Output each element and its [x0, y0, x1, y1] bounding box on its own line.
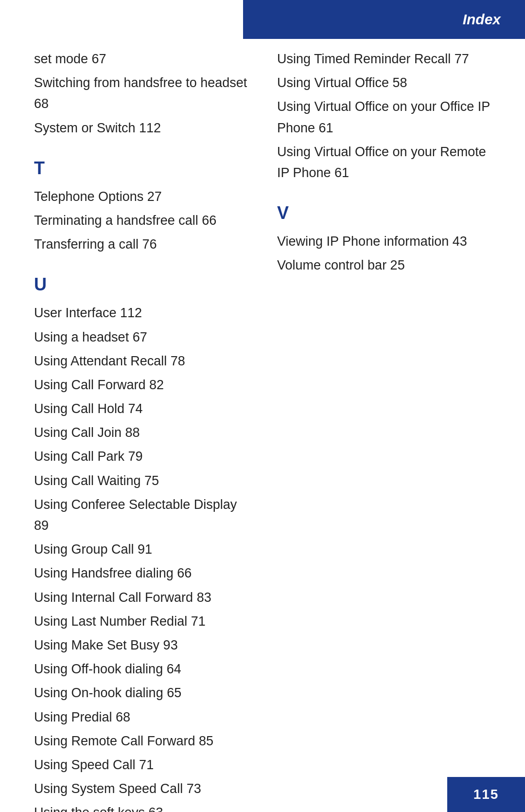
- list-item: Using Call Forward 82: [34, 375, 248, 396]
- right-column: Using Timed Reminder Recall 77 Using Vir…: [267, 49, 491, 773]
- section-v-entries: Viewing IP Phone information 43 Volume c…: [277, 231, 491, 276]
- list-item: Using Call Hold 74: [34, 398, 248, 419]
- section-letter-u: U: [34, 274, 248, 295]
- list-item: Volume control bar 25: [277, 255, 491, 276]
- list-item: Using Make Set Busy 93: [34, 635, 248, 656]
- section-letter-v: V: [277, 203, 491, 223]
- list-item: set mode 67: [34, 49, 248, 70]
- list-item: Using Remote Call Forward 85: [34, 731, 248, 752]
- section-t-entries: Telephone Options 27 Terminating a hands…: [34, 186, 248, 255]
- list-item: Using System Speed Call 73: [34, 778, 248, 799]
- list-item: Using Attendant Recall 78: [34, 351, 248, 372]
- list-item: Using Timed Reminder Recall 77: [277, 49, 491, 70]
- list-item: Using Last Number Redial 71: [34, 611, 248, 632]
- top-entries-right: Using Timed Reminder Recall 77 Using Vir…: [277, 49, 491, 183]
- list-item: Using Speed Call 71: [34, 755, 248, 776]
- list-item: Using a headset 67: [34, 327, 248, 348]
- list-item: Using Virtual Office on your Remote IP P…: [277, 142, 491, 183]
- list-item: System or Switch 112: [34, 118, 248, 139]
- list-item: Using Internal Call Forward 83: [34, 587, 248, 608]
- list-item: Transferring a call 76: [34, 234, 248, 255]
- list-item: Using Predial 68: [34, 707, 248, 728]
- list-item: Using Virtual Office 58: [277, 72, 491, 93]
- section-letter-t: T: [34, 158, 248, 179]
- content-area: set mode 67 Switching from handsfree to …: [0, 49, 525, 773]
- page-number: 115: [473, 787, 499, 802]
- list-item: Using Group Call 91: [34, 539, 248, 560]
- list-item: Switching from handsfree to headset 68: [34, 72, 248, 114]
- list-item: Using Handsfree dialing 66: [34, 563, 248, 584]
- list-item: Using Virtual Office on your Office IP P…: [277, 96, 491, 138]
- header-title: Index: [463, 11, 501, 28]
- list-item: Using Call Waiting 75: [34, 470, 248, 491]
- list-item: Using Off-hook dialing 64: [34, 659, 248, 680]
- list-item: Using the soft keys 63: [34, 802, 248, 812]
- list-item: User Interface 112: [34, 303, 248, 324]
- list-item: Using Call Park 79: [34, 446, 248, 467]
- header-bar: Index: [243, 0, 525, 39]
- list-item: Viewing IP Phone information 43: [277, 231, 491, 252]
- list-item: Using Call Join 88: [34, 422, 248, 443]
- section-u-entries: User Interface 112 Using a headset 67 Us…: [34, 303, 248, 812]
- left-column: set mode 67 Switching from handsfree to …: [34, 49, 267, 773]
- list-item: Using On-hook dialing 65: [34, 683, 248, 704]
- top-entries-left: set mode 67 Switching from handsfree to …: [34, 49, 248, 139]
- list-item: Telephone Options 27: [34, 186, 248, 207]
- footer-bar: 115: [447, 777, 525, 812]
- list-item: Terminating a handsfree call 66: [34, 210, 248, 231]
- list-item: Using Conferee Selectable Display 89: [34, 494, 248, 536]
